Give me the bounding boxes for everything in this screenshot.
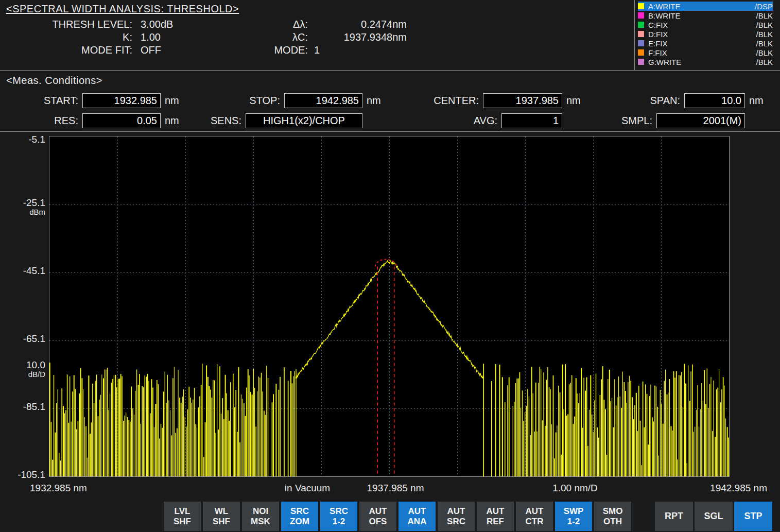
- meas-field-value[interactable]: 1942.985: [284, 93, 362, 108]
- meas-field-avg: AVG: 1: [388, 111, 588, 131]
- thresh-level-label: THRESH LEVEL:: [6, 18, 141, 31]
- y-axis-label: -5.1: [0, 134, 45, 145]
- y-axis-label-sub: dBm: [0, 208, 45, 216]
- meas-field-start: START: 1932.985 nm: [0, 91, 186, 111]
- y-axis-label: -85.1: [0, 402, 45, 412]
- control-stp[interactable]: STP: [734, 502, 772, 531]
- softkey-label-line2: SRC: [447, 517, 465, 527]
- meas-field-value[interactable]: 10.0: [684, 93, 745, 108]
- x-axis-label: 1937.985 nm: [367, 483, 424, 494]
- top-section: <SPECTRAL WIDTH ANALYSIS: THRESHOLD> THR…: [0, 0, 780, 71]
- trace-label: E:FIX: [648, 39, 756, 48]
- trace-color-swatch: [638, 12, 644, 19]
- softkey-lvl-shf[interactable]: LVL SHF: [164, 502, 201, 531]
- meas-field-label: SMPL:: [588, 115, 656, 127]
- softkey-swp-1-2[interactable]: SWP 1-2: [555, 502, 592, 531]
- trace-status: /BLK: [756, 30, 773, 39]
- softkey-aut-ref[interactable]: AUT REF: [477, 502, 514, 531]
- softkey-label-line1: AUT: [447, 506, 465, 517]
- y-axis-label-text: -85.1: [23, 401, 45, 412]
- softkey-label-line1: AUT: [487, 506, 505, 517]
- trace-row-f[interactable]: F:FIX /BLK: [638, 48, 773, 57]
- softkey-label-line1: NOI: [253, 506, 268, 517]
- softkey-src-1-2[interactable]: SRC 1-2: [320, 502, 357, 531]
- trace-status: /DSP: [755, 2, 773, 11]
- analysis-row: MODE FIT: OFF MODE: 1: [6, 44, 634, 57]
- meas-field-label: START:: [0, 95, 82, 107]
- control-sgl[interactable]: SGL: [695, 502, 733, 531]
- meas-field-value[interactable]: 1: [501, 113, 562, 128]
- softkey-label-line2: ZOM: [290, 517, 309, 527]
- meas-field-sens: SENS: HIGH1(x2)/CHOP: [186, 111, 388, 131]
- trace-label: F:FIX: [648, 48, 756, 57]
- trace-row-g[interactable]: G:WRITE /BLK: [638, 57, 773, 66]
- k-value: 1.00: [141, 31, 231, 44]
- y-axis-label-text: -45.1: [23, 265, 45, 276]
- trace-row-a[interactable]: A:WRITE /DSP: [638, 2, 773, 11]
- y-axis-label-text: -65.1: [23, 333, 45, 344]
- trace-row-d[interactable]: D:FIX /BLK: [638, 29, 773, 39]
- y-axis-label-sub: dB/D: [0, 370, 45, 379]
- analysis-row: K: 1.00 λC: 1937.9348nm: [6, 31, 634, 44]
- softkey-toolbar: LVL SHF WL SHF NOI MSK SRC ZOM SRC 1-2 A…: [164, 502, 631, 531]
- trace-status: /BLK: [756, 11, 773, 20]
- softkey-aut-src[interactable]: AUT SRC: [438, 502, 475, 531]
- meas-field-label: SPAN:: [588, 95, 684, 107]
- softkey-src-zom[interactable]: SRC ZOM: [281, 502, 318, 531]
- meas-conditions-panel: <Meas. Conditions> START: 1932.985 nm ST…: [0, 71, 780, 132]
- trace-label: G:WRITE: [648, 58, 756, 66]
- y-axis-label: -25.1 dBm: [0, 198, 45, 216]
- softkey-label-line1: SMO: [603, 506, 623, 517]
- k-label: K:: [6, 31, 141, 44]
- trace-color-swatch: [638, 40, 644, 46]
- softkey-label-line2: SHF: [213, 517, 230, 527]
- meas-field-value[interactable]: 1932.985: [82, 93, 161, 108]
- spectrum-plot[interactable]: [49, 136, 729, 476]
- softkey-label-line2: SHF: [174, 517, 191, 527]
- sweep-controls: RPTSGLSTP: [655, 502, 772, 531]
- meas-field-label: STOP:: [186, 95, 284, 107]
- meas-field-smpl: SMPL: 2001(M): [588, 111, 771, 131]
- softkey-smo-oth[interactable]: SMO OTH: [594, 502, 631, 531]
- trace-row-c[interactable]: C:FIX /BLK: [638, 20, 773, 29]
- spectral-width-analysis-panel: <SPECTRAL WIDTH ANALYSIS: THRESHOLD> THR…: [0, 0, 634, 70]
- softkey-label-line2: REF: [487, 517, 504, 527]
- trace-status: /BLK: [756, 21, 773, 29]
- x-axis-label: 1942.985 nm: [710, 483, 767, 494]
- meas-field-unit: nm: [745, 95, 771, 107]
- meas-field-value[interactable]: 0.05: [82, 113, 161, 128]
- mode-fit-label: MODE FIT:: [6, 44, 141, 57]
- softkey-label-line2: MSK: [251, 517, 270, 527]
- meas-field-span: SPAN: 10.0 nm: [588, 91, 771, 111]
- softkey-aut-ctr[interactable]: AUT CTR: [516, 502, 553, 531]
- mode-label: MODE:: [231, 44, 314, 57]
- mode-value: 1: [314, 44, 407, 57]
- meas-field-value[interactable]: 1937.985: [483, 93, 562, 108]
- softkey-label-line2: OTH: [603, 517, 622, 527]
- y-axis-label-text: 10.0: [26, 359, 45, 370]
- softkey-noi-msk[interactable]: NOI MSK: [242, 502, 279, 531]
- meas-field-label: CENTER:: [388, 95, 483, 107]
- trace-row-b[interactable]: B:WRITE /BLK: [638, 11, 773, 20]
- softkey-label-line1: AUT: [408, 506, 426, 517]
- x-axis-label: in Vacuum: [285, 483, 330, 494]
- control-rpt[interactable]: RPT: [655, 502, 693, 531]
- meas-field-res: RES: 0.05 nm: [0, 111, 186, 131]
- meas-field-label: AVG:: [388, 115, 501, 127]
- analysis-title: <SPECTRAL WIDTH ANALYSIS: THRESHOLD>: [6, 3, 634, 15]
- softkey-aut-ana[interactable]: AUT ANA: [398, 502, 436, 531]
- trace-color-swatch: [638, 22, 644, 28]
- meas-field-value[interactable]: 2001(M): [656, 113, 745, 128]
- softkey-label-line2: CTR: [526, 517, 544, 527]
- delta-lambda-value: 0.2474nm: [314, 18, 407, 31]
- x-axis-label: 1932.985 nm: [30, 483, 87, 494]
- meas-field-value[interactable]: HIGH1(x2)/CHOP: [246, 113, 362, 128]
- y-axis-label: -65.1: [0, 334, 45, 344]
- trace-row-e[interactable]: E:FIX /BLK: [638, 39, 773, 48]
- y-axis-label-text: -105.1: [18, 469, 45, 480]
- softkey-wl-shf[interactable]: WL SHF: [203, 502, 240, 531]
- softkey-aut-ofs[interactable]: AUT OFS: [359, 502, 396, 531]
- meas-field-unit: nm: [161, 95, 186, 107]
- softkey-label-line2: OFS: [369, 517, 387, 527]
- y-axis-label: -105.1: [0, 470, 45, 480]
